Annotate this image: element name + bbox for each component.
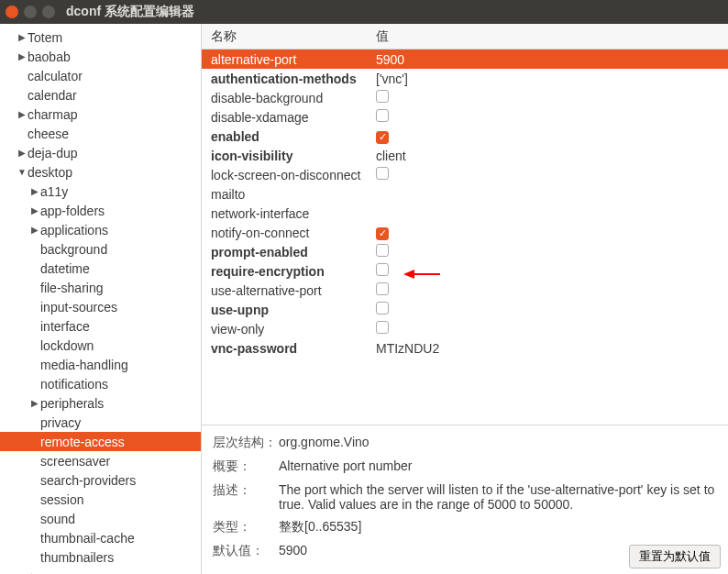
setting-row-use-alternative-port[interactable]: use-alternative-port xyxy=(202,281,728,300)
default-label: 默认值： xyxy=(213,543,279,559)
checkbox[interactable] xyxy=(376,263,389,276)
setting-row-view-only[interactable]: view-only xyxy=(202,319,728,338)
tree-item-datetime[interactable]: datetime xyxy=(0,259,201,278)
setting-row-disable-xdamage[interactable]: disable-xdamage xyxy=(202,107,728,127)
setting-value[interactable] xyxy=(367,244,728,259)
tree-label: Totem xyxy=(28,30,62,45)
header-value[interactable]: 值 xyxy=(367,28,728,45)
minimize-icon[interactable] xyxy=(24,6,37,18)
tree-item-file-sharing[interactable]: file-sharing xyxy=(0,278,201,297)
setting-row-mailto[interactable]: mailto xyxy=(202,184,728,204)
schema-label: 层次结构： xyxy=(213,435,279,451)
tree-item-search-providers[interactable]: search-providers xyxy=(0,470,201,490)
setting-row-require-encryption[interactable]: require-encryption xyxy=(202,261,728,281)
setting-value[interactable] xyxy=(367,263,728,279)
checkbox[interactable] xyxy=(376,302,389,315)
tree-label: input-sources xyxy=(40,300,117,315)
tree-item-thumbnailers[interactable]: thumbnailers xyxy=(0,547,201,567)
tree-item-peripherals[interactable]: ▶peripherals xyxy=(0,393,201,413)
tree-label: sound xyxy=(40,512,75,526)
tree-label: lockdown xyxy=(40,338,94,353)
setting-value[interactable] xyxy=(367,225,728,240)
tree-item-media-handling[interactable]: media-handling xyxy=(0,355,201,374)
checkbox[interactable] xyxy=(376,90,389,103)
setting-row-vnc-password[interactable]: vnc-passwordMTIzNDU2 xyxy=(202,338,728,358)
setting-row-enabled[interactable]: enabled xyxy=(202,127,728,146)
tree-label: calculator xyxy=(28,69,83,83)
main-panel: 名称 值 alternative-port5900authentication-… xyxy=(202,24,728,574)
setting-name: disable-background xyxy=(202,91,367,105)
chevron-right-icon[interactable]: ▶ xyxy=(17,109,28,119)
tree-item-interface[interactable]: interface xyxy=(0,316,201,336)
setting-value[interactable] xyxy=(367,167,728,182)
checkbox[interactable] xyxy=(376,244,389,257)
close-icon[interactable] xyxy=(6,6,18,18)
tree-item-lockdown[interactable]: lockdown xyxy=(0,336,201,355)
setting-name: disable-xdamage xyxy=(202,110,367,125)
chevron-right-icon[interactable]: ▶ xyxy=(17,51,28,61)
tree-label: charmap xyxy=(28,107,77,122)
tree-item-Totem[interactable]: ▶Totem xyxy=(0,28,201,47)
tree-item-privacy[interactable]: privacy xyxy=(0,413,201,432)
setting-value[interactable] xyxy=(367,109,728,125)
setting-row-lock-screen-on-disconnect[interactable]: lock-screen-on-disconnect xyxy=(202,165,728,184)
tree-item-a11y[interactable]: ▶a11y xyxy=(0,182,201,201)
checkbox[interactable] xyxy=(376,227,389,240)
tree-item-remote-access[interactable]: remote-access xyxy=(0,432,201,451)
tree-item-calculator[interactable]: calculator xyxy=(0,66,201,85)
setting-value[interactable] xyxy=(367,282,728,298)
tree-item-calendar[interactable]: calendar xyxy=(0,85,201,105)
tree-item-wm[interactable]: ▶wm xyxy=(0,567,201,574)
checkbox[interactable] xyxy=(376,321,389,334)
setting-value[interactable]: client xyxy=(367,149,728,163)
tree-item-app-folders[interactable]: ▶app-folders xyxy=(0,201,201,220)
maximize-icon[interactable] xyxy=(42,6,55,18)
setting-value[interactable] xyxy=(367,302,728,317)
chevron-right-icon[interactable]: ▶ xyxy=(17,148,28,158)
chevron-down-icon[interactable]: ▼ xyxy=(17,167,28,177)
settings-list[interactable]: alternative-port5900authentication-metho… xyxy=(202,50,728,425)
tree-item-cheese[interactable]: cheese xyxy=(0,124,201,143)
tree-item-session[interactable]: session xyxy=(0,490,201,509)
chevron-right-icon[interactable]: ▶ xyxy=(17,32,28,42)
tree-item-deja-dup[interactable]: ▶deja-dup xyxy=(0,143,201,162)
setting-row-authentication-methods[interactable]: authentication-methods['vnc'] xyxy=(202,69,728,88)
chevron-right-icon[interactable]: ▶ xyxy=(29,398,40,408)
checkbox[interactable] xyxy=(376,282,389,295)
tree-item-thumbnail-cache[interactable]: thumbnail-cache xyxy=(0,528,201,547)
checkbox[interactable] xyxy=(376,131,389,144)
tree-item-desktop[interactable]: ▼desktop xyxy=(0,162,201,182)
setting-row-icon-visibility[interactable]: icon-visibilityclient xyxy=(202,146,728,165)
tree-item-charmap[interactable]: ▶charmap xyxy=(0,105,201,124)
window-title: dconf 系统配置编辑器 xyxy=(66,4,194,20)
setting-row-alternative-port[interactable]: alternative-port5900 xyxy=(202,50,728,69)
setting-row-network-interface[interactable]: network-interface xyxy=(202,204,728,223)
header-name[interactable]: 名称 xyxy=(202,28,367,45)
setting-value[interactable] xyxy=(367,321,728,337)
setting-value[interactable]: ['vnc'] xyxy=(367,72,728,86)
tree-item-baobab[interactable]: ▶baobab xyxy=(0,47,201,66)
setting-name: use-alternative-port xyxy=(202,283,367,298)
chevron-right-icon[interactable]: ▶ xyxy=(29,186,40,196)
tree-item-background[interactable]: background xyxy=(0,239,201,259)
tree-item-notifications[interactable]: notifications xyxy=(0,374,201,393)
setting-row-use-upnp[interactable]: use-upnp xyxy=(202,300,728,319)
setting-value[interactable] xyxy=(367,128,728,144)
setting-value[interactable]: 5900 xyxy=(367,52,728,67)
setting-row-disable-background[interactable]: disable-background xyxy=(202,88,728,107)
setting-row-prompt-enabled[interactable]: prompt-enabled xyxy=(202,242,728,261)
chevron-right-icon[interactable]: ▶ xyxy=(29,225,40,235)
tree-item-input-sources[interactable]: input-sources xyxy=(0,297,201,316)
tree-item-screensaver[interactable]: screensaver xyxy=(0,451,201,470)
sidebar-tree[interactable]: ▶Totem▶baobabcalculatorcalendar▶charmapc… xyxy=(0,24,202,574)
setting-value[interactable]: MTIzNDU2 xyxy=(367,341,728,356)
tree-item-sound[interactable]: sound xyxy=(0,509,201,528)
reset-button[interactable]: 重置为默认值 xyxy=(629,545,721,568)
checkbox[interactable] xyxy=(376,167,389,180)
tree-item-applications[interactable]: ▶applications xyxy=(0,220,201,239)
setting-value[interactable] xyxy=(367,90,728,105)
setting-row-notify-on-connect[interactable]: notify-on-connect xyxy=(202,223,728,242)
checkbox[interactable] xyxy=(376,109,389,122)
setting-name: authentication-methods xyxy=(202,72,367,86)
chevron-right-icon[interactable]: ▶ xyxy=(29,205,40,215)
